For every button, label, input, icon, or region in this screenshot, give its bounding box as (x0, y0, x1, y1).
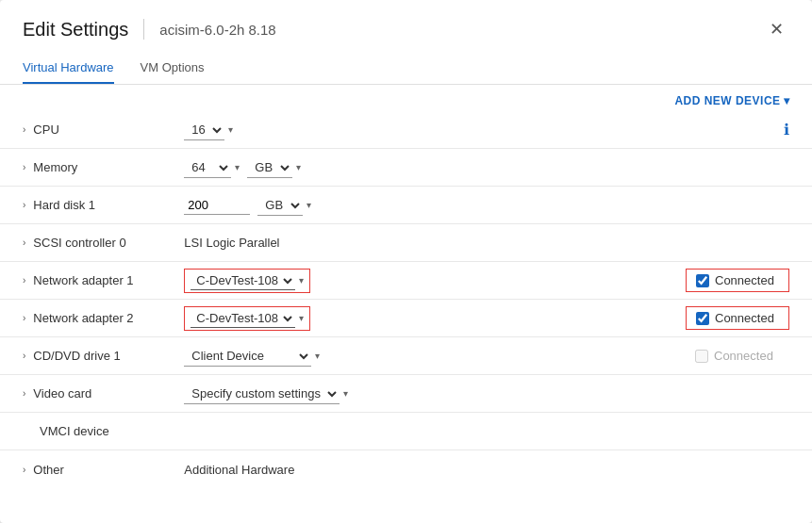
close-button[interactable]: ✕ (764, 17, 789, 41)
cddvd-label: CD/DVD drive 1 (33, 349, 184, 363)
net2-label: Network adapter 2 (33, 311, 184, 325)
disk-unit-wrapper: MBGBTB ▾ (257, 195, 311, 216)
memory-unit-select[interactable]: MBGB (247, 157, 292, 178)
net1-label: Network adapter 1 (33, 273, 184, 287)
net2-connected-wrapper: Connected (686, 306, 789, 330)
cpu-chevron-icon: ▾ (228, 124, 233, 135)
scsi-label: SCSI controller 0 (33, 236, 184, 250)
disk-unit-chevron-icon: ▾ (307, 200, 311, 210)
cddvd-select[interactable]: Client DeviceDatastore ISO FileHost Devi… (184, 346, 311, 367)
memory-chevron-icon: ▾ (235, 162, 240, 172)
network-adapter-2-row: › Network adapter 2 C-DevTest-108C-DevTe… (0, 300, 812, 337)
add-new-device-button[interactable]: ADD NEW DEVICE ▾ (674, 94, 789, 107)
hard-disk-input[interactable] (184, 196, 250, 215)
memory-row: › Memory 48163264128 ▾ MBGB ▾ (0, 149, 812, 187)
hard-disk-expand-icon[interactable]: › (23, 200, 25, 210)
scsi-expand-icon[interactable]: › (23, 237, 25, 248)
cddvd-select-wrapper: Client DeviceDatastore ISO FileHost Devi… (184, 346, 320, 367)
cddvd-row: › CD/DVD drive 1 Client DeviceDatastore … (0, 337, 812, 375)
other-expand-icon[interactable]: › (23, 465, 25, 475)
net1-connected-checkbox[interactable] (696, 274, 709, 287)
scsi-row: › SCSI controller 0 LSI Logic Parallel (0, 224, 812, 262)
net2-value: C-DevTest-108C-DevTest-109C-DevTest-110 … (184, 306, 789, 331)
cpu-expand-icon[interactable]: › (23, 124, 25, 135)
cddvd-chevron-icon: ▾ (315, 351, 320, 361)
net2-connected-checkbox[interactable] (696, 312, 709, 325)
memory-value: 48163264128 ▾ MBGB ▾ (184, 157, 789, 178)
other-label: Other (33, 463, 184, 477)
header-separator (143, 19, 144, 40)
net2-network-select[interactable]: C-DevTest-108C-DevTest-109C-DevTest-110 (191, 309, 295, 328)
other-value: Additional Hardware (184, 463, 789, 477)
memory-select[interactable]: 48163264128 (184, 157, 231, 178)
toolbar: ADD NEW DEVICE ▾ (0, 85, 812, 111)
add-device-chevron: ▾ (784, 94, 789, 107)
other-text: Additional Hardware (184, 463, 294, 477)
net1-connected-label: Connected (715, 273, 774, 287)
net1-network-select[interactable]: C-DevTest-108C-DevTest-109C-DevTest-110 (191, 271, 295, 290)
scsi-text: LSI Logic Parallel (184, 236, 279, 250)
other-row: › Other Additional Hardware (0, 450, 812, 488)
vmci-label: VMCI device (23, 424, 109, 438)
cpu-select[interactable]: 12481632 (184, 120, 224, 140)
memory-expand-icon[interactable]: › (23, 162, 25, 172)
vmci-row: VMCI device (0, 413, 812, 450)
cpu-select-wrapper: 12481632 ▾ (184, 120, 233, 140)
net2-chevron-icon: ▾ (299, 313, 304, 323)
hard-disk-label: Hard disk 1 (33, 198, 184, 212)
net2-expand-icon[interactable]: › (23, 313, 25, 323)
cddvd-connected-wrapper: Connected (686, 345, 789, 367)
memory-label: Memory (33, 160, 184, 174)
cddvd-connected-label: Connected (714, 349, 773, 363)
net1-connected-wrapper: Connected (686, 269, 789, 292)
add-device-label: ADD NEW DEVICE (674, 94, 780, 107)
dialog-subtitle: acisim-6.0-2h 8.18 (159, 22, 275, 38)
net2-connected-label: Connected (715, 311, 774, 325)
videocard-row: › Video card Specify custom settings ▾ (0, 375, 812, 413)
cpu-info-icon[interactable]: ℹ (784, 121, 789, 139)
disk-unit-select[interactable]: MBGBTB (257, 195, 303, 216)
hard-disk-value: MBGBTB ▾ (184, 195, 789, 216)
scsi-value: LSI Logic Parallel (184, 236, 789, 250)
dialog-header: Edit Settings acisim-6.0-2h 8.18 ✕ (0, 0, 812, 41)
dialog-title: Edit Settings (23, 19, 128, 41)
net1-expand-icon[interactable]: › (23, 275, 25, 286)
videocard-chevron-icon: ▾ (343, 388, 348, 399)
cpu-row: › CPU 12481632 ▾ ℹ (0, 111, 812, 149)
tab-virtual-hardware[interactable]: Virtual Hardware (23, 53, 114, 84)
videocard-value: Specify custom settings ▾ (184, 384, 789, 404)
net1-select-wrapper: C-DevTest-108C-DevTest-109C-DevTest-110 … (184, 269, 310, 293)
cpu-value: 12481632 ▾ ℹ (184, 120, 789, 140)
videocard-expand-icon[interactable]: › (23, 388, 25, 399)
videocard-select-wrapper: Specify custom settings ▾ (184, 384, 348, 404)
net1-value: C-DevTest-108C-DevTest-109C-DevTest-110 … (184, 269, 789, 293)
edit-settings-dialog: Edit Settings acisim-6.0-2h 8.18 ✕ Virtu… (0, 0, 812, 523)
cpu-label: CPU (33, 123, 184, 137)
cddvd-value: Client DeviceDatastore ISO FileHost Devi… (184, 345, 789, 367)
cddvd-expand-icon[interactable]: › (23, 351, 25, 361)
hard-disk-row: › Hard disk 1 MBGBTB ▾ (0, 187, 812, 224)
memory-select-wrapper: 48163264128 ▾ (184, 157, 240, 178)
network-adapter-1-row: › Network adapter 1 C-DevTest-108C-DevTe… (0, 262, 812, 300)
net1-chevron-icon: ▾ (299, 275, 304, 286)
videocard-select[interactable]: Specify custom settings (184, 384, 340, 404)
cddvd-connected-checkbox (695, 350, 708, 363)
memory-unit-chevron-icon: ▾ (296, 162, 301, 172)
tabs-bar: Virtual Hardware VM Options (0, 41, 812, 85)
tab-vm-options[interactable]: VM Options (141, 53, 205, 84)
videocard-label: Video card (33, 386, 184, 400)
net2-select-wrapper: C-DevTest-108C-DevTest-109C-DevTest-110 … (184, 306, 310, 331)
hardware-list: › CPU 12481632 ▾ ℹ › Memory 48163264128 (0, 111, 812, 523)
memory-unit-wrapper: MBGB ▾ (247, 157, 301, 178)
